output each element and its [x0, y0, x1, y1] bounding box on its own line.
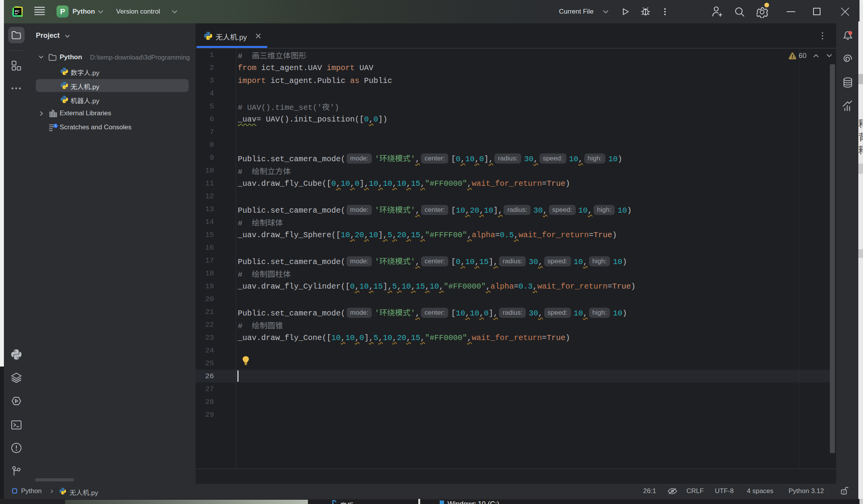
- svg-text:PC: PC: [15, 9, 20, 13]
